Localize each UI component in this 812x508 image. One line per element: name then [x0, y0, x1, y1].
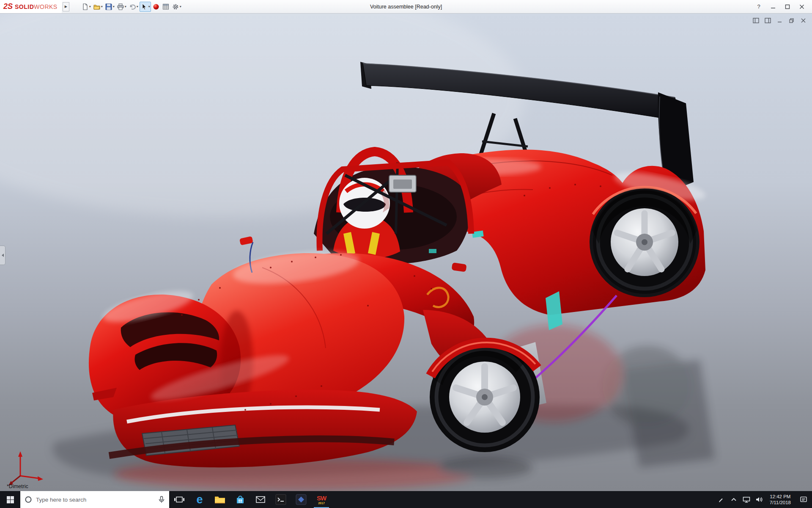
view-orientation-label: *Dimetric	[7, 483, 28, 489]
dropdown-caret-icon[interactable]: ▾	[101, 5, 103, 8]
start-button[interactable]	[0, 491, 20, 508]
volume-button[interactable]	[753, 491, 765, 508]
doc-close-button[interactable]	[799, 17, 807, 24]
maximize-button[interactable]	[781, 1, 794, 12]
minimize-icon	[771, 4, 776, 9]
appearance-sphere-icon	[152, 3, 160, 11]
brand-text: SOLIDWORKS	[15, 3, 58, 10]
print-button[interactable]: ▾	[116, 2, 127, 12]
design-table-icon	[162, 3, 170, 11]
network-button[interactable]	[740, 491, 753, 508]
dropdown-caret-icon[interactable]: ▾	[137, 5, 138, 8]
open-folder-icon	[93, 3, 101, 11]
dassault-logo-icon: 2S	[3, 2, 13, 11]
undo-icon	[129, 3, 136, 11]
mail-icon	[255, 495, 266, 504]
doc-minimize-icon	[777, 18, 782, 23]
volume-icon	[755, 496, 763, 503]
chevron-left-icon	[1, 253, 4, 257]
task-view-icon	[174, 495, 185, 504]
store-button[interactable]	[230, 491, 250, 508]
pen-workspace-button[interactable]	[715, 491, 727, 508]
rear-wheel[interactable]	[590, 187, 700, 297]
chevron-up-icon	[730, 497, 737, 502]
edge-button[interactable]: e	[189, 491, 210, 508]
feature-pane-flyout[interactable]	[0, 246, 5, 265]
window-title: Voiture assemblee [Read-only]	[370, 0, 442, 14]
window-controls: ?	[752, 1, 812, 12]
doc-restore-icon	[789, 18, 794, 23]
doc-restore-button[interactable]	[787, 17, 795, 24]
new-document-icon	[81, 3, 89, 11]
close-button[interactable]	[795, 1, 809, 12]
terminal-icon	[275, 494, 286, 505]
tray-overflow-button[interactable]	[727, 491, 740, 508]
action-center-button[interactable]	[795, 491, 812, 508]
taskbar-clock[interactable]: 12:42 PM 7/11/2018	[765, 494, 795, 505]
doc-minimize-button[interactable]	[776, 17, 783, 24]
new-document-button[interactable]: ▾	[80, 2, 92, 12]
dark-app-button[interactable]	[291, 491, 311, 508]
titlebar: 2S SOLIDWORKS ▶ ▾ ▾ ▾ ▾ ▾ ▾	[0, 0, 812, 14]
solidworks-app-icon: SW 2017	[317, 495, 326, 505]
notification-icon	[800, 496, 807, 503]
dropdown-caret-icon[interactable]: ▾	[89, 5, 91, 8]
dropdown-caret-icon[interactable]: ▾	[180, 5, 181, 8]
clock-date: 7/11/2018	[770, 500, 791, 505]
task-view-button[interactable]	[169, 491, 189, 508]
save-icon	[105, 3, 112, 11]
file-explorer-button[interactable]	[210, 491, 230, 508]
solidworks-app-button[interactable]: SW 2017	[311, 491, 332, 508]
clock-time: 12:42 PM	[770, 494, 790, 500]
file-explorer-icon	[214, 495, 225, 504]
close-icon	[799, 4, 804, 9]
dropdown-caret-icon[interactable]: ▾	[125, 5, 126, 8]
help-label: ?	[757, 3, 760, 10]
save-button[interactable]: ▾	[104, 2, 115, 12]
standard-toolbar: ▾ ▾ ▾ ▾ ▾ ▾ ▾	[80, 2, 182, 12]
taskbar-search[interactable]	[20, 491, 169, 508]
search-input[interactable]	[36, 497, 154, 503]
pane-left-button[interactable]	[752, 17, 760, 24]
solidworks-app-year: 2017	[318, 502, 325, 505]
pane-right-button[interactable]	[764, 17, 771, 24]
options-gear-icon	[172, 3, 179, 11]
solidworks-app-label: SW	[317, 495, 326, 501]
model-scene[interactable]	[0, 14, 812, 491]
pane-right-icon	[765, 18, 771, 23]
brand-works: WORKS	[34, 3, 57, 10]
pen-icon	[718, 496, 724, 503]
viewport-window-controls	[752, 17, 807, 24]
maximize-icon	[785, 4, 790, 9]
toolbar-flyout-button[interactable]: ▶	[63, 2, 69, 11]
mail-button[interactable]	[250, 491, 271, 508]
open-button[interactable]: ▾	[92, 2, 104, 12]
undo-button[interactable]: ▾	[128, 2, 139, 12]
store-icon	[235, 494, 245, 505]
doc-close-icon	[801, 18, 806, 23]
dropdown-caret-icon[interactable]: ▾	[113, 5, 115, 8]
dropdown-caret-icon[interactable]: ▾	[148, 5, 150, 8]
select-arrow-icon	[140, 3, 148, 11]
terminal-button[interactable]	[271, 491, 291, 508]
help-button[interactable]: ?	[752, 1, 765, 12]
pane-left-icon	[753, 18, 759, 23]
design-table-button[interactable]	[161, 2, 170, 12]
brand-solid: SOLID	[15, 3, 34, 10]
windows-logo-icon	[7, 496, 14, 503]
solidworks-logo: 2S SOLIDWORKS	[0, 0, 62, 13]
microphone-icon[interactable]	[158, 496, 165, 503]
graphics-viewport[interactable]: *Dimetric	[0, 14, 812, 491]
windows-taskbar: e SW 2017 12:42 PM 7/11	[0, 491, 812, 508]
appearance-button[interactable]	[151, 2, 161, 12]
select-tool-button[interactable]: ▾	[140, 2, 151, 12]
flyout-arrow-icon: ▶	[65, 5, 67, 8]
options-button[interactable]: ▾	[171, 2, 182, 12]
print-icon	[117, 3, 124, 11]
minimize-button[interactable]	[766, 1, 780, 12]
network-icon	[743, 496, 750, 503]
edge-icon: e	[196, 494, 203, 505]
cortana-icon	[25, 496, 32, 503]
system-tray: 12:42 PM 7/11/2018	[715, 491, 812, 508]
front-wheel[interactable]	[430, 342, 540, 452]
